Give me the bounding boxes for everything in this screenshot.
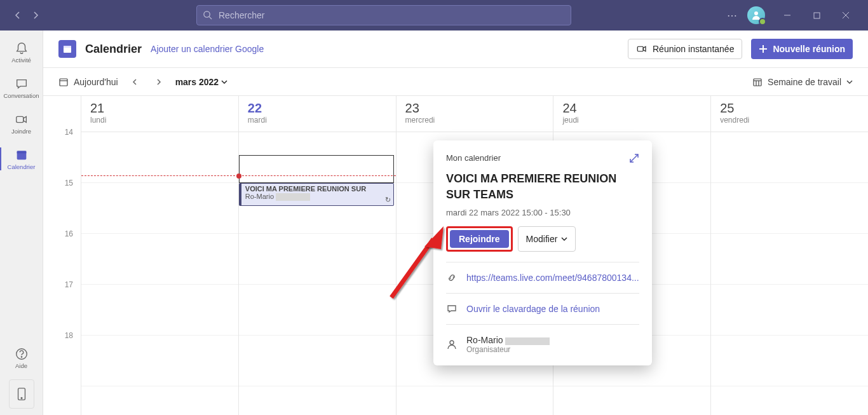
svg-line-1 [209, 17, 212, 19]
rail-chat-label: Conversation [4, 92, 39, 99]
day-name: lundi [90, 116, 229, 125]
search-icon [203, 10, 212, 20]
rail-phone[interactable] [9, 379, 34, 409]
meeting-link-row[interactable]: https://teams.live.com/meet/94687800134.… [446, 273, 639, 283]
new-meeting-button[interactable]: Nouvelle réunion [751, 39, 853, 59]
chat-icon [446, 304, 458, 314]
day-body[interactable] [81, 132, 238, 415]
video-icon [636, 43, 648, 55]
new-meeting-label: Nouvelle réunion [773, 44, 845, 54]
rail-join-label: Joindre [11, 128, 31, 135]
chat-icon [15, 77, 29, 91]
time-label: 18 [43, 331, 81, 382]
day-body[interactable] [711, 132, 868, 415]
presence-available-icon [759, 18, 766, 25]
page-title: Calendrier [85, 43, 142, 56]
phone-icon [17, 388, 27, 400]
calendar-icon [15, 148, 29, 162]
chevron-right-icon [156, 79, 162, 85]
titlebar-right: ⋯ [724, 5, 860, 25]
svg-rect-19 [60, 79, 67, 86]
day-name: jeudi [562, 116, 702, 125]
meeting-link[interactable]: https://teams.live.com/meet/94687800134.… [466, 273, 639, 283]
month-selector[interactable]: mars 2022 [175, 77, 228, 87]
rail-help[interactable]: Aide [0, 340, 43, 376]
add-google-calendar-link[interactable]: Ajouter un calendrier Google [151, 44, 264, 54]
open-chat-link[interactable]: Ouvrir le clavardage de la réunion [466, 304, 600, 314]
video-icon [15, 112, 29, 126]
day-column-friday: 25 vendredi [711, 96, 868, 415]
day-name: mercredi [405, 116, 545, 125]
main-content: Calendrier Ajouter un calendrier Google … [43, 31, 868, 415]
day-column-monday: 21 lundi [81, 96, 239, 415]
help-icon [15, 347, 29, 361]
day-header: 25 vendredi [711, 96, 868, 132]
expand-button[interactable] [629, 153, 639, 163]
avatar[interactable] [747, 6, 765, 24]
day-number: 21 [90, 101, 229, 116]
day-column-tuesday: 22 mardi VOICI MA PREMIERE REUNION SUR R… [239, 96, 397, 415]
svg-point-2 [754, 11, 758, 15]
join-button[interactable]: Rejoindre [450, 230, 509, 248]
calendar-app-icon [58, 40, 76, 58]
chevron-left-icon [14, 11, 22, 19]
day-number: 24 [562, 101, 702, 116]
search-container [196, 5, 571, 25]
current-time-indicator [236, 173, 241, 179]
next-period-button[interactable] [151, 74, 166, 90]
svg-rect-21 [754, 79, 761, 86]
chevron-down-icon [561, 236, 567, 242]
prev-period-button[interactable] [127, 74, 142, 90]
svg-point-13 [21, 397, 22, 398]
calendar-view-icon [752, 77, 763, 87]
minimize-button[interactable] [773, 5, 802, 25]
today-button[interactable]: Aujourd'hui [58, 77, 118, 87]
time-label: 16 [43, 229, 81, 280]
forward-button[interactable] [28, 8, 43, 23]
rail-chat[interactable]: Conversation [0, 70, 43, 105]
person-icon [446, 339, 458, 350]
chevron-left-icon [132, 79, 138, 85]
close-button[interactable] [831, 5, 860, 25]
calendar-toolbar: Aujourd'hui mars 2022 Semaine de travail [43, 68, 868, 96]
plus-icon [759, 44, 768, 53]
time-column: 14 15 16 17 18 [43, 96, 81, 415]
rail-help-label: Aide [15, 362, 27, 369]
expand-icon [629, 153, 639, 163]
recurring-icon: ↻ [385, 196, 391, 204]
view-selector-label: Semaine de travail [768, 77, 841, 87]
svg-point-25 [450, 341, 454, 344]
calendar-event[interactable]: VOICI MA PREMIERE REUNION SUR Ro-Mario ↻ [239, 183, 394, 206]
day-name: vendredi [720, 116, 859, 125]
event-organizer: Ro-Mario [245, 193, 274, 200]
modify-label: Modifier [526, 234, 558, 244]
redacted-text [505, 337, 550, 345]
title-bar: ⋯ [0, 0, 868, 31]
maximize-button[interactable] [802, 5, 831, 25]
time-label: 17 [43, 280, 81, 331]
redacted-text [276, 193, 310, 201]
rail-activity-label: Activité [11, 57, 31, 64]
modify-button[interactable]: Modifier [518, 226, 576, 252]
instant-meeting-label: Réunion instantanée [653, 44, 734, 54]
chevron-right-icon [32, 11, 39, 19]
svg-rect-4 [814, 13, 820, 18]
svg-rect-15 [64, 46, 71, 48]
open-chat-row[interactable]: Ouvrir le clavardage de la réunion [446, 304, 639, 314]
rail-join[interactable]: Joindre [0, 105, 43, 141]
day-header: 21 lundi [81, 96, 238, 132]
window-controls [773, 5, 860, 25]
instant-meeting-button[interactable]: Réunion instantanée [628, 39, 742, 59]
view-selector[interactable]: Semaine de travail [752, 77, 853, 87]
rail-activity[interactable]: Activité [0, 34, 43, 70]
chevron-down-icon [221, 79, 227, 85]
calendar-today-icon [58, 77, 69, 87]
more-icon[interactable]: ⋯ [724, 7, 740, 24]
day-name: mardi [248, 116, 387, 125]
day-body[interactable]: VOICI MA PREMIERE REUNION SUR Ro-Mario ↻ [239, 132, 396, 415]
chevron-down-icon [846, 79, 853, 85]
back-button[interactable] [10, 8, 25, 23]
day-header: 22 mardi [239, 96, 396, 132]
search-input[interactable] [196, 5, 571, 25]
rail-calendar[interactable]: Calendrier [0, 141, 43, 177]
